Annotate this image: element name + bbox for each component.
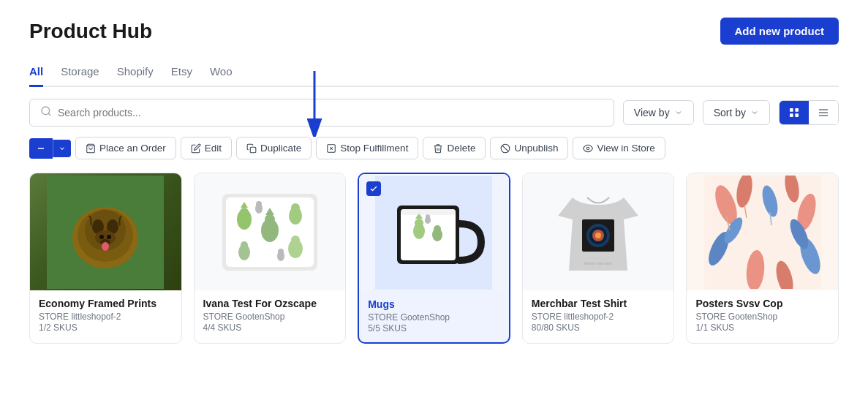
list-icon: [818, 107, 829, 118]
controls-row: View by Sort by: [29, 99, 839, 127]
product-skus: 1/2 SKUS: [39, 323, 173, 333]
mug-svg: [375, 176, 492, 290]
product-card-economy-framed[interactable]: Economy Framed Prints STORE littleshopof…: [29, 173, 182, 344]
svg-rect-2: [790, 108, 793, 112]
chevron-down-icon-3: [59, 145, 66, 152]
dino-tray-svg: [211, 176, 328, 289]
stop-icon: [326, 143, 336, 154]
product-card-merchbar[interactable]: COMMUTERS before i was born Merchbar Tes…: [522, 173, 675, 344]
svg-point-28: [107, 235, 111, 239]
dog-image-svg: [47, 176, 164, 289]
page-title: Product Hub: [29, 20, 152, 43]
product-store: STORE GootenShop: [203, 312, 337, 322]
view-in-store-button[interactable]: View in Store: [573, 137, 665, 159]
shopping-bag-icon: [86, 143, 96, 154]
select-all-caret[interactable]: [53, 140, 71, 157]
delete-button[interactable]: Delete: [423, 137, 486, 159]
unpublish-icon: [500, 143, 510, 154]
svg-point-48: [256, 201, 262, 207]
svg-rect-4: [790, 113, 793, 117]
product-name: Merchbar Test Shirt: [532, 298, 665, 309]
product-image-dino-tray: [195, 173, 346, 290]
product-skus: 5/5 SKUS: [368, 323, 500, 333]
duplicate-button[interactable]: Duplicate: [236, 137, 312, 159]
product-name: Ivana Test For Ozscape: [203, 298, 337, 309]
chevron-down-icon-2: [750, 108, 759, 117]
product-card-posters[interactable]: Posters Svsv Cop STORE GootenShop 1/1 SK…: [686, 173, 839, 344]
sort-by-dropdown[interactable]: Sort by: [703, 100, 770, 125]
selected-checkbox[interactable]: [366, 181, 381, 196]
tab-all[interactable]: All: [29, 59, 43, 87]
product-skus: 80/80 SKUS: [532, 323, 665, 333]
place-order-button[interactable]: Place an Order: [75, 137, 176, 159]
product-card-mugs[interactable]: Mugs STORE GootenShop 5/5 SKUS: [358, 173, 510, 344]
svg-rect-5: [795, 113, 799, 117]
chevron-down-icon: [674, 108, 683, 117]
product-skus: 1/1 SKUS: [695, 323, 829, 333]
svg-point-0: [42, 107, 50, 115]
grid-icon: [788, 107, 800, 118]
svg-point-27: [99, 235, 104, 239]
product-info: Merchbar Test Shirt STORE littleshopof-2…: [523, 290, 674, 342]
svg-point-50: [278, 249, 284, 254]
check-icon: [369, 184, 378, 193]
product-image-poster: [687, 173, 838, 290]
add-new-product-button[interactable]: Add new product: [720, 18, 839, 45]
list-view-button[interactable]: [809, 101, 838, 124]
product-info: Ivana Test For Ozscape STORE GootenShop …: [195, 290, 346, 342]
svg-line-18: [502, 145, 508, 151]
duplicate-icon: [246, 143, 257, 154]
product-info: Mugs STORE GootenShop 5/5 SKUS: [359, 291, 509, 342]
svg-point-39: [265, 214, 275, 225]
product-card-ivana-test[interactable]: Ivana Test For Ozscape STORE GootenShop …: [194, 173, 347, 344]
action-toolbar: Place an Order Edit Duplicate Stop Fulfi…: [29, 137, 839, 159]
product-store: STORE littleshopof-2: [532, 312, 665, 322]
minus-icon: [36, 143, 46, 154]
search-input[interactable]: [58, 107, 603, 118]
product-image-dog: [30, 173, 181, 290]
svg-point-44: [241, 241, 248, 249]
shirt-svg: COMMUTERS before i was born: [540, 176, 657, 289]
header-row: Product Hub Add new product: [29, 18, 839, 45]
product-image-shirt: COMMUTERS before i was born: [523, 173, 674, 290]
product-info: Posters Svsv Cop STORE GootenShop 1/1 SK…: [687, 290, 838, 342]
unpublish-button[interactable]: Unpublish: [490, 137, 568, 159]
product-grid: Economy Framed Prints STORE littleshopof…: [29, 173, 839, 344]
svg-rect-3: [795, 108, 799, 112]
tab-storage[interactable]: Storage: [61, 59, 99, 87]
edit-button[interactable]: Edit: [181, 137, 232, 159]
svg-line-1: [48, 113, 50, 116]
tab-etsy[interactable]: Etsy: [171, 59, 192, 87]
svg-point-30: [102, 242, 109, 251]
view-by-dropdown[interactable]: View by: [623, 100, 694, 125]
product-info: Economy Framed Prints STORE littleshopof…: [30, 290, 181, 342]
grid-view-button[interactable]: [780, 101, 809, 124]
stop-fulfillment-button[interactable]: Stop Fulfillment: [316, 137, 418, 159]
product-image-mug: [359, 174, 509, 291]
tab-shopify[interactable]: Shopify: [117, 59, 154, 87]
eye-icon: [583, 143, 593, 154]
select-all-checkbox[interactable]: [29, 138, 53, 159]
select-all-dropdown: [29, 138, 71, 159]
edit-icon: [191, 143, 201, 154]
svg-point-58: [434, 225, 441, 233]
view-toggle-group: [779, 100, 839, 125]
search-icon: [40, 105, 52, 120]
svg-point-55: [415, 219, 423, 227]
product-name: Mugs: [368, 298, 500, 310]
product-name: Posters Svsv Cop: [695, 298, 829, 309]
tab-woo[interactable]: Woo: [210, 59, 233, 87]
search-box[interactable]: [29, 99, 614, 127]
svg-point-42: [291, 203, 300, 212]
tabs-row: All Storage Shopify Etsy Woo: [29, 59, 839, 87]
svg-text:COMMUTERS: COMMUTERS: [584, 256, 612, 260]
svg-text:before i was born: before i was born: [584, 261, 613, 265]
svg-rect-13: [250, 147, 256, 153]
svg-point-67: [595, 233, 601, 238]
poster-svg: [704, 176, 821, 289]
svg-point-36: [240, 208, 249, 216]
product-store: STORE littleshopof-2: [39, 312, 173, 322]
product-store: STORE GootenShop: [368, 312, 500, 323]
trash-icon: [433, 143, 443, 154]
svg-point-46: [291, 235, 300, 244]
